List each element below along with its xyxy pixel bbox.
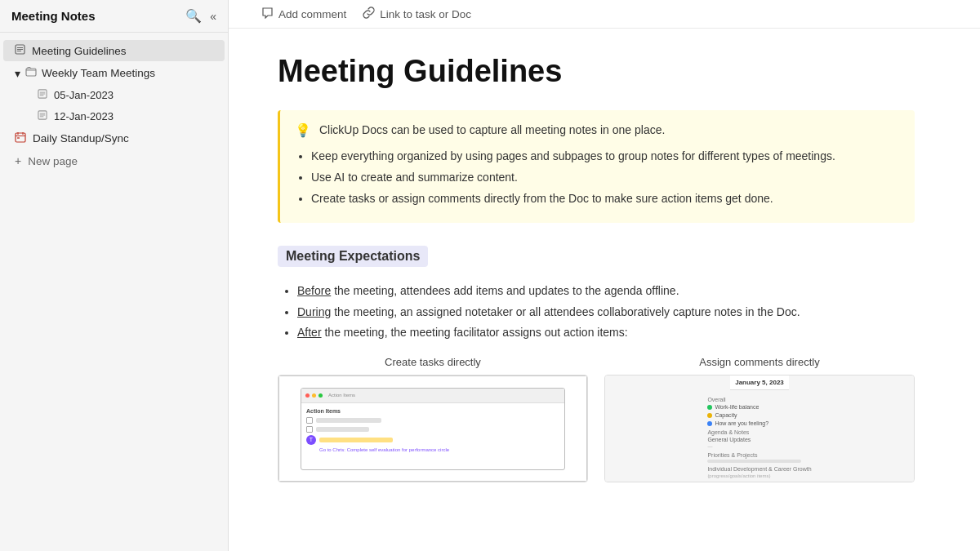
jan-12-label: 12-Jan-2023: [54, 110, 114, 122]
lightbulb-icon: 💡: [295, 122, 311, 138]
daily-standup-label: Daily Standup/Sync: [33, 132, 129, 144]
left-image-placeholder: Action Items Action Items: [278, 375, 588, 482]
content-area: Meeting Guidelines 💡 ClickUp Docs can be…: [229, 29, 964, 515]
list-item-before: Before the meeting, attendees add items …: [297, 282, 915, 301]
list-item: Create tasks or assign comments directly…: [311, 189, 900, 207]
svg-rect-17: [17, 137, 20, 139]
sidebar-item-meeting-guidelines[interactable]: Meeting Guidelines: [3, 40, 225, 61]
folder-icon: [25, 66, 37, 80]
after-rest: the meeting, the meeting facilitator ass…: [322, 326, 628, 339]
section-heading-wrapper: Meeting Expectations: [278, 246, 915, 267]
sidebar-item-meeting-guidelines-label: Meeting Guidelines: [32, 45, 127, 57]
expectations-list: Before the meeting, attendees add items …: [278, 282, 915, 343]
sidebar-nav: Meeting Guidelines ▾ Weekly Team Meeting…: [0, 33, 228, 179]
callout-main-text: ClickUp Docs can be used to capture all …: [319, 122, 665, 139]
sidebar-item-weekly-team-meetings[interactable]: ▾ Weekly Team Meetings: [3, 62, 225, 84]
before-underline: Before: [297, 284, 331, 297]
doc-icon-jan05: [38, 89, 47, 101]
jan-05-label: 05-Jan-2023: [54, 89, 114, 101]
new-page-button[interactable]: + New page: [3, 150, 225, 171]
link-task-label: Link to task or Doc: [380, 8, 471, 20]
weekly-team-meetings-label: Weekly Team Meetings: [42, 67, 155, 79]
comment-icon: [261, 7, 274, 21]
section-heading: Meeting Expectations: [278, 246, 428, 267]
during-rest: the meeting, an assigned notetaker or al…: [331, 305, 800, 318]
sidebar: Meeting Notes 🔍 « Meeting Guidelines ▾: [0, 0, 229, 551]
callout-box: 💡 ClickUp Docs can be used to capture al…: [278, 110, 915, 223]
page-title: Meeting Guidelines: [278, 53, 915, 91]
left-image-block: Create tasks directly Action Items Acti: [278, 356, 588, 482]
right-image-placeholder: January 5, 2023 Overall Work-life balanc…: [604, 375, 915, 482]
list-item: Use AI to create and summarize content.: [311, 168, 900, 186]
list-item-during: During the meeting, an assigned notetake…: [297, 303, 915, 322]
right-image-caption: Assign comments directly: [699, 356, 819, 368]
sidebar-item-daily-standup[interactable]: Daily Standup/Sync: [3, 127, 225, 149]
during-underline: During: [297, 305, 331, 318]
left-image-caption: Create tasks directly: [385, 356, 481, 368]
chevron-down-icon: ▾: [15, 67, 20, 80]
doc-icon-jan12: [38, 110, 47, 122]
sidebar-item-jan-05[interactable]: 05-Jan-2023: [3, 85, 225, 105]
right-mock-date: January 5, 2023: [730, 375, 789, 390]
collapse-sidebar-icon[interactable]: «: [210, 10, 216, 23]
sidebar-header: Meeting Notes 🔍 «: [0, 0, 228, 33]
add-comment-label: Add comment: [278, 8, 346, 20]
add-comment-button[interactable]: Add comment: [261, 7, 346, 21]
right-image-block: Assign comments directly January 5, 2023…: [604, 356, 915, 482]
new-page-label: New page: [28, 155, 78, 167]
toolbar: Add comment Link to task or Doc: [229, 0, 980, 29]
sidebar-title: Meeting Notes: [11, 9, 96, 23]
list-item: Keep everything organized by using pages…: [311, 147, 900, 165]
sidebar-header-actions: 🔍 «: [185, 8, 216, 24]
callout-bullet-list: Keep everything organized by using pages…: [295, 147, 900, 208]
svg-rect-13: [16, 133, 25, 142]
main-content: Add comment Link to task or Doc Meeting …: [229, 0, 980, 551]
search-icon[interactable]: 🔍: [185, 8, 202, 24]
after-underline: After: [297, 326, 322, 339]
sidebar-item-jan-12[interactable]: 12-Jan-2023: [3, 106, 225, 127]
svg-rect-4: [26, 69, 36, 76]
plus-icon: +: [15, 154, 21, 167]
calendar-icon: [15, 131, 26, 145]
doc-icon: [15, 44, 25, 57]
link-icon: [363, 7, 375, 21]
link-task-button[interactable]: Link to task or Doc: [363, 7, 471, 21]
list-item-after: After the meeting, the meeting facilitat…: [297, 323, 915, 343]
callout-header: 💡 ClickUp Docs can be used to capture al…: [295, 122, 900, 139]
before-rest: the meeting, attendees add items and upd…: [331, 284, 679, 297]
image-section: Create tasks directly Action Items Acti: [278, 356, 915, 482]
